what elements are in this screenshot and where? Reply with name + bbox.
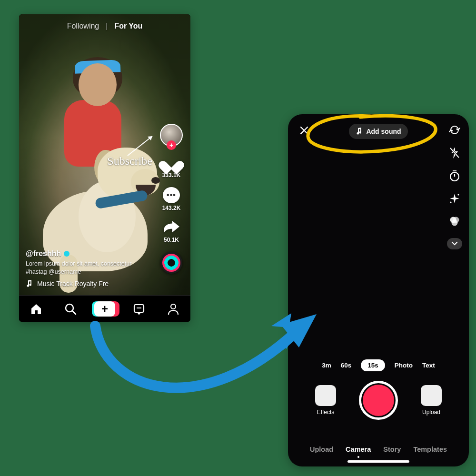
- caption-block: @freshhh Lorem ipsum dolor sit amet, con…: [26, 249, 152, 288]
- svg-point-16: [452, 220, 458, 226]
- flash-button[interactable]: [448, 147, 461, 159]
- record-icon: [363, 385, 394, 416]
- tab-following[interactable]: Following: [67, 22, 99, 30]
- record-row: Effects Upload: [288, 381, 469, 420]
- sound-disc-icon[interactable]: [160, 252, 182, 274]
- effects-button[interactable]: Effects: [315, 385, 336, 416]
- music-row[interactable]: Music Track Royalty Fre: [26, 280, 152, 288]
- duration-selector: 3m 60s 15s Photo Text: [288, 359, 469, 371]
- profile-icon: [167, 302, 180, 316]
- add-sound-label: Add sound: [366, 128, 401, 135]
- inbox-icon: [132, 302, 146, 316]
- create-icon: +: [94, 301, 115, 317]
- filters-icon: [448, 215, 461, 228]
- svg-point-13: [450, 201, 451, 203]
- add-sound-button[interactable]: Add sound: [349, 124, 407, 139]
- camera-tool-rail: [447, 124, 462, 249]
- effects-label: Effects: [317, 409, 334, 416]
- feed-screen: Following | For You Subscribe + 333.1K 1…: [19, 14, 190, 322]
- caption-text: Lorem ipsum dolor sit amet, consectetur …: [26, 260, 152, 276]
- feed-side-actions: + 333.1K 143.2K 50.1K: [157, 124, 186, 274]
- feed-top-tabs: Following | For You: [19, 22, 190, 30]
- duration-60s[interactable]: 60s: [341, 362, 352, 369]
- home-icon: [30, 302, 43, 316]
- svg-line-3: [72, 311, 76, 314]
- effects-thumbnail: [315, 385, 336, 406]
- subscribe-label: Subscribe: [107, 155, 152, 168]
- home-indicator: [347, 460, 409, 463]
- music-note-icon: [356, 128, 362, 135]
- duration-15s[interactable]: 15s: [361, 359, 385, 371]
- share-icon: [162, 220, 180, 235]
- nav-inbox[interactable]: [129, 298, 149, 319]
- follow-plus-icon[interactable]: +: [167, 140, 176, 150]
- filters-button[interactable]: [448, 215, 461, 228]
- chevron-down-icon: [451, 241, 458, 246]
- record-button[interactable]: [359, 381, 398, 420]
- upload-thumbnail: [421, 385, 442, 406]
- upload-button[interactable]: Upload: [421, 385, 442, 416]
- sparkle-icon: [448, 192, 461, 205]
- camera-screen: Add sound 3m 60s: [288, 114, 469, 466]
- tab-for-you[interactable]: For You: [114, 22, 142, 30]
- username-text: @freshhh: [26, 249, 61, 258]
- upload-label: Upload: [422, 409, 440, 416]
- like-button[interactable]: 333.1K: [162, 155, 181, 178]
- effects-sparkle-button[interactable]: [448, 192, 461, 205]
- mode-selector: Upload Camera Story Templates: [288, 446, 469, 453]
- more-tools-button[interactable]: [447, 238, 462, 249]
- creator-avatar[interactable]: +: [160, 124, 183, 147]
- mode-camera[interactable]: Camera: [346, 446, 371, 453]
- verified-badge-icon: [64, 251, 69, 257]
- heart-icon: [163, 155, 180, 170]
- timer-button[interactable]: [448, 169, 461, 182]
- comment-button[interactable]: 143.2K: [162, 187, 181, 211]
- music-note-icon: [26, 280, 32, 288]
- nav-create[interactable]: +: [94, 298, 115, 319]
- comment-count: 143.2K: [162, 205, 181, 211]
- comment-icon: [163, 187, 180, 203]
- tab-separator: |: [106, 22, 108, 30]
- mode-templates[interactable]: Templates: [413, 446, 447, 453]
- timer-icon: [448, 169, 461, 182]
- mode-story[interactable]: Story: [383, 446, 401, 453]
- svg-point-6: [171, 304, 176, 309]
- flip-camera-button[interactable]: [448, 124, 461, 136]
- flip-icon: [448, 124, 461, 136]
- flash-off-icon: [449, 147, 460, 159]
- svg-point-12: [457, 194, 459, 195]
- music-title: Music Track Royalty Fre: [37, 280, 109, 288]
- nav-home[interactable]: [26, 298, 47, 319]
- nav-profile[interactable]: [163, 298, 184, 319]
- svg-line-0: [128, 136, 152, 156]
- duration-photo[interactable]: Photo: [395, 362, 413, 369]
- duration-3m[interactable]: 3m: [322, 362, 331, 369]
- nav-search[interactable]: [60, 298, 81, 319]
- duration-text[interactable]: Text: [422, 362, 435, 369]
- username-row[interactable]: @freshhh: [26, 249, 152, 258]
- share-button[interactable]: 50.1K: [162, 220, 180, 243]
- share-count: 50.1K: [164, 237, 179, 243]
- mode-upload[interactable]: Upload: [310, 446, 333, 453]
- search-icon: [64, 302, 77, 316]
- bottom-nav: +: [19, 295, 190, 322]
